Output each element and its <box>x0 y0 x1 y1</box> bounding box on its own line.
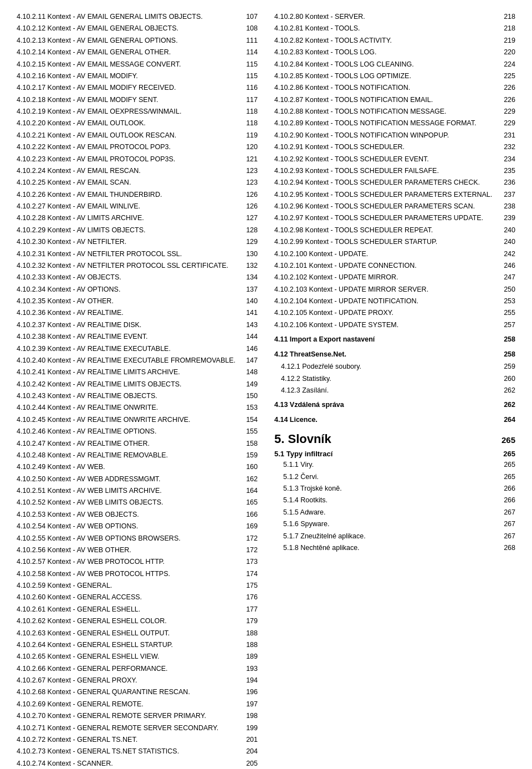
toc-title: 4.10.2.97 Kontext - TOOLS SCHEDULER PARA… <box>274 213 496 223</box>
toc-page: 197 <box>238 699 258 710</box>
toc-title: 4.10.2.22 Kontext - AV EMAIL PROTOCOL PO… <box>17 142 238 152</box>
toc-entry: 4.10.2.18 Kontext - AV EMAIL MODIFY SENT… <box>17 94 258 106</box>
toc-page: 174 <box>238 569 258 579</box>
toc-page: 160 <box>238 462 258 472</box>
toc-title: 4.10.2.27 Kontext - AV EMAIL WINLIVE. <box>17 201 238 212</box>
toc-entry: 4.10.2.60 Kontext - GENERAL ACCESS.176 <box>17 592 258 603</box>
toc-title: 4.10.2.60 Kontext - GENERAL ACCESS. <box>17 592 238 603</box>
toc-page: 172 <box>238 533 258 544</box>
toc-title: 4.10.2.26 Kontext - AV EMAIL THUNDERBIRD… <box>17 190 238 200</box>
toc-entry: 4.10.2.102 Kontext - UPDATE MIRROR.247 <box>274 272 515 283</box>
toc-title: 4.10.2.80 Kontext - SERVER. <box>274 12 496 22</box>
toc-entry: 4.10.2.32 Kontext - AV NETFILTER PROTOCO… <box>17 260 258 272</box>
toc-entry: 4.10.2.72 Kontext - GENERAL TS.NET.201 <box>17 734 258 746</box>
toc-page: 250 <box>496 284 515 295</box>
toc-title: 4.10.2.52 Kontext - AV WEB LIMITS OBJECT… <box>17 497 238 508</box>
toc-title: 4.10.2.12 Kontext - AV EMAIL GENERAL OBJ… <box>17 23 238 34</box>
toc-title: 4.10.2.101 Kontext - UPDATE CONNECTION. <box>274 261 496 271</box>
toc-page: 175 <box>238 580 258 591</box>
toc-title: 4.10.2.20 Kontext - AV EMAIL OUTLOOK. <box>17 118 238 129</box>
toc-entry: 4.10.2.17 Kontext - AV EMAIL MODIFY RECE… <box>17 82 258 94</box>
toc-title: 4.10.2.37 Kontext - AV REALTIME DISK. <box>17 320 238 330</box>
toc-page: 253 <box>496 296 515 307</box>
toc-page: 176 <box>238 592 258 603</box>
toc-page: 134 <box>238 272 258 283</box>
toc-page: 130 <box>238 249 258 259</box>
toc-title: 4.10.2.94 Kontext - TOOLS SCHEDULER PARA… <box>274 177 496 188</box>
toc-entry: 4.10.2.34 Kontext - AV OPTIONS.137 <box>17 284 258 296</box>
toc-page: 155 <box>238 426 258 437</box>
toc-page: 235 <box>496 166 515 176</box>
toc-entry: 4.10.2.48 Kontext - AV REALTIME REMOVABL… <box>17 450 258 461</box>
toc-page: 257 <box>496 320 515 330</box>
toc-item: 5.1.1 Viry.265 <box>274 459 515 471</box>
toc-title: 4.10.2.95 Kontext - TOOLS SCHEDULER PARA… <box>274 190 496 200</box>
toc-title: 4.10.2.24 Kontext - AV EMAIL RESCAN. <box>17 166 238 176</box>
toc-page: 129 <box>238 237 258 247</box>
toc-entry: 4.10.2.56 Kontext - AV WEB OTHER.172 <box>17 544 258 556</box>
toc-title: 4.10.2.39 Kontext - AV REALTIME EXECUTAB… <box>17 344 238 354</box>
toc-title: 4.10.2.45 Kontext - AV REALTIME ONWRITE … <box>17 415 238 425</box>
toc-title: 4.10.2.55 Kontext - AV WEB OPTIONS BROWS… <box>17 533 238 544</box>
toc-page: 120 <box>238 142 258 152</box>
toc-entry: 4.10.2.45 Kontext - AV REALTIME ONWRITE … <box>17 414 258 426</box>
toc-title: 4.10.2.14 Kontext - AV EMAIL GENERAL OTH… <box>17 47 238 58</box>
toc-page: 118 <box>238 118 258 129</box>
toc-title: 4.10.2.51 Kontext - AV WEB LIMITS ARCHIV… <box>17 486 238 496</box>
toc-title: 4.10.2.48 Kontext - AV REALTIME REMOVABL… <box>17 450 238 461</box>
toc-page: 123 <box>238 166 258 176</box>
toc-page: 218 <box>496 12 515 22</box>
toc-entry: 4.10.2.27 Kontext - AV EMAIL WINLIVE.126 <box>17 201 258 212</box>
toc-page: 108 <box>238 23 258 34</box>
toc-title: 4.10.2.89 Kontext - TOOLS NOTIFICATION M… <box>274 118 496 129</box>
toc-title: 4.10.2.31 Kontext - AV NETFILTER PROTOCO… <box>17 249 238 259</box>
toc-entry: 4.10.2.43 Kontext - AV REALTIME OBJECTS.… <box>17 390 258 402</box>
toc-title: 4.10.2.43 Kontext - AV REALTIME OBJECTS. <box>17 391 238 401</box>
toc-entry: 4.10.2.88 Kontext - TOOLS NOTIFICATION M… <box>274 106 515 118</box>
toc-title: 4.10.2.54 Kontext - AV WEB OPTIONS. <box>17 521 238 532</box>
toc-title: 4.10.2.61 Kontext - GENERAL ESHELL. <box>17 604 238 615</box>
toc-title: 4.10.2.18 Kontext - AV EMAIL MODIFY SENT… <box>17 95 238 105</box>
toc-title: 4.10.2.93 Kontext - TOOLS SCHEDULER FAIL… <box>274 166 496 176</box>
toc-entry: 4.10.2.97 Kontext - TOOLS SCHEDULER PARA… <box>274 212 515 224</box>
toc-entry: 4.10.2.89 Kontext - TOOLS NOTIFICATION M… <box>274 118 515 129</box>
toc-page: 226 <box>496 95 515 105</box>
toc-page: 238 <box>496 201 515 212</box>
toc-title: 4.10.2.16 Kontext - AV EMAIL MODIFY. <box>17 71 238 82</box>
toc-page: 199 <box>238 723 258 734</box>
toc-page: 224 <box>496 59 515 70</box>
toc-section-entry: 4.12 ThreatSense.Net.258 <box>274 348 515 361</box>
toc-entry: 4.10.2.38 Kontext - AV REALTIME EVENT.14… <box>17 331 258 343</box>
toc-page: 119 <box>238 130 258 141</box>
toc-title: 4.10.2.21 Kontext - AV EMAIL OUTLOOK RES… <box>17 130 238 141</box>
toc-title: 4.10.2.70 Kontext - GENERAL REMOTE SERVE… <box>17 711 238 721</box>
toc-item: 5.1.5 Adware.267 <box>274 507 515 518</box>
toc-title: 4.10.2.50 Kontext - AV WEB ADDRESSMGMT. <box>17 474 238 485</box>
toc-page: 118 <box>238 106 258 117</box>
toc-title: 4.10.2.64 Kontext - GENERAL ESHELL START… <box>17 640 238 650</box>
toc-page: 153 <box>238 403 258 413</box>
toc-item: 5.1.8 Nechtěné aplikace.268 <box>274 542 515 554</box>
toc-title: 4.10.2.82 Kontext - TOOLS ACTIVITY. <box>274 35 496 46</box>
toc-title: 4.10.2.86 Kontext - TOOLS NOTIFICATION. <box>274 83 496 93</box>
toc-entry: 4.10.2.57 Kontext - AV WEB PROTOCOL HTTP… <box>17 556 258 568</box>
toc-page: 229 <box>496 118 515 129</box>
toc-entry: 4.10.2.52 Kontext - AV WEB LIMITS OBJECT… <box>17 497 258 508</box>
toc-entry: 4.10.2.20 Kontext - AV EMAIL OUTLOOK.118 <box>17 118 258 129</box>
toc-title: 4.10.2.56 Kontext - AV WEB OTHER. <box>17 545 238 556</box>
toc-entry: 4.10.2.24 Kontext - AV EMAIL RESCAN.123 <box>17 165 258 177</box>
toc-page: 123 <box>238 177 258 188</box>
toc-page: 146 <box>238 344 258 354</box>
toc-title: 4.10.2.41 Kontext - AV REALTIME LIMITS A… <box>17 367 238 378</box>
toc-title: 4.10.2.105 Kontext - UPDATE PROXY. <box>274 308 496 318</box>
toc-entry: 4.10.2.74 Kontext - SCANNER.205 <box>17 758 258 769</box>
toc-entry: 4.10.2.103 Kontext - UPDATE MIRROR SERVE… <box>274 284 515 296</box>
toc-entry: 4.10.2.28 Kontext - AV LIMITS ARCHIVE.12… <box>17 212 258 224</box>
toc-title: 4.10.2.71 Kontext - GENERAL REMOTE SERVE… <box>17 723 238 734</box>
toc-page: 115 <box>238 71 258 82</box>
toc-title: 4.10.2.15 Kontext - AV EMAIL MESSAGE CON… <box>17 59 238 70</box>
toc-title: 4.10.2.58 Kontext - AV WEB PROTOCOL HTTP… <box>17 569 238 579</box>
toc-page: 116 <box>238 83 258 93</box>
toc-entry: 4.10.2.53 Kontext - AV WEB OBJECTS.166 <box>17 509 258 521</box>
toc-title: 4.10.2.57 Kontext - AV WEB PROTOCOL HTTP… <box>17 557 238 567</box>
